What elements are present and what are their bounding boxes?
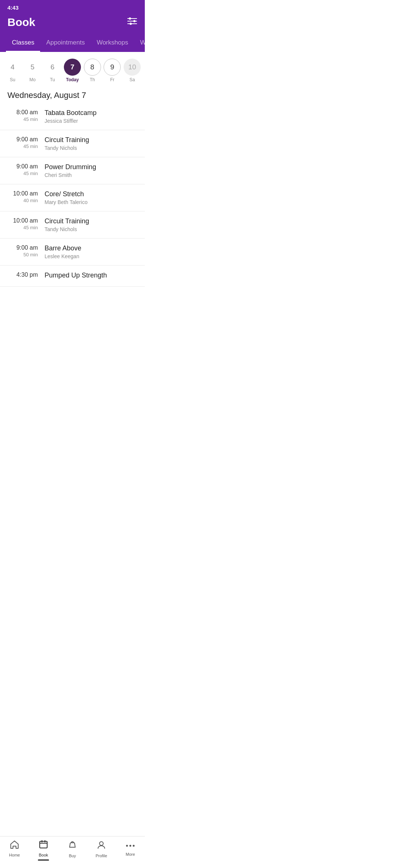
class-info-circuit2: Circuit Training Tandy Nichols: [45, 217, 137, 232]
date-item-7[interactable]: 7 Today: [63, 59, 81, 82]
date-item-4[interactable]: 4 Su: [4, 59, 22, 82]
class-time-barre: 9:00 am 50 min: [7, 244, 45, 257]
class-time-tabata: 8:00 am 45 min: [7, 109, 45, 122]
date-label-8: Th: [90, 77, 95, 82]
class-item-circuit2[interactable]: 10:00 am 45 min Circuit Training Tandy N…: [0, 211, 145, 239]
date-label-6: Tu: [50, 77, 55, 82]
date-num-7: 7: [64, 59, 81, 76]
date-label-10: Sa: [130, 77, 135, 82]
class-info-tabata: Tabata Bootcamp Jessica Stiffler: [45, 109, 137, 124]
status-time: 4:43: [7, 4, 19, 11]
date-item-8[interactable]: 8 Th: [84, 59, 101, 82]
date-heading: Wednesday, August 7: [0, 85, 145, 103]
date-num-9: 9: [104, 59, 121, 76]
class-item-circuit1[interactable]: 9:00 am 45 min Circuit Training Tandy Ni…: [0, 130, 145, 157]
header: Book: [0, 13, 145, 34]
date-picker: 4 Su 5 Mo 6 Tu 7 Today 8 Th 9 Fr 10 Sa: [0, 52, 145, 85]
tab-works[interactable]: Works: [134, 34, 145, 52]
tab-navigation: Classes Appointments Workshops Works: [0, 34, 145, 52]
svg-point-5: [130, 23, 132, 25]
date-num-4: 4: [4, 59, 21, 76]
class-list: 8:00 am 45 min Tabata Bootcamp Jessica S…: [0, 103, 145, 287]
date-item-5[interactable]: 5 Mo: [24, 59, 42, 82]
class-item-core[interactable]: 10:00 am 40 min Core/ Stretch Mary Beth …: [0, 184, 145, 211]
class-time-pumped: 4:30 pm: [7, 272, 45, 279]
class-info-core: Core/ Stretch Mary Beth Talerico: [45, 190, 137, 205]
class-time-circuit1: 9:00 am 45 min: [7, 136, 45, 149]
class-item-tabata[interactable]: 8:00 am 45 min Tabata Bootcamp Jessica S…: [0, 103, 145, 130]
date-num-5: 5: [24, 59, 41, 76]
tab-appointments[interactable]: Appointments: [40, 34, 91, 52]
date-num-8: 8: [84, 59, 101, 76]
class-info-barre: Barre Above Leslee Keegan: [45, 244, 137, 259]
date-item-9[interactable]: 9 Fr: [103, 59, 121, 82]
date-label-7: Today: [66, 77, 79, 82]
filter-icon[interactable]: [127, 17, 137, 27]
class-item-pumped[interactable]: 4:30 pm Pumped Up Strength: [0, 266, 145, 287]
date-num-6: 6: [44, 59, 61, 76]
date-label-9: Fr: [110, 77, 114, 82]
class-time-circuit2: 10:00 am 45 min: [7, 217, 45, 230]
tab-classes[interactable]: Classes: [6, 34, 40, 52]
date-label-4: Su: [10, 77, 16, 82]
status-bar: 4:43: [0, 0, 145, 13]
class-info-circuit1: Circuit Training Tandy Nichols: [45, 136, 137, 151]
class-item-barre[interactable]: 9:00 am 50 min Barre Above Leslee Keegan: [0, 239, 145, 266]
date-num-10: 10: [124, 59, 141, 76]
date-item-10[interactable]: 10 Sa: [123, 59, 141, 82]
class-time-core: 10:00 am 40 min: [7, 190, 45, 203]
class-info-pumped: Pumped Up Strength: [45, 272, 137, 280]
svg-point-4: [133, 20, 136, 22]
tab-workshops[interactable]: Workshops: [91, 34, 134, 52]
class-info-drumming: Power Drumming Cheri Smith: [45, 163, 137, 178]
date-label-5: Mo: [29, 77, 36, 82]
date-item-6[interactable]: 6 Tu: [43, 59, 61, 82]
page-title: Book: [7, 16, 35, 29]
svg-point-3: [129, 17, 131, 20]
class-time-drumming: 9:00 am 45 min: [7, 163, 45, 176]
class-item-drumming[interactable]: 9:00 am 45 min Power Drumming Cheri Smit…: [0, 157, 145, 184]
